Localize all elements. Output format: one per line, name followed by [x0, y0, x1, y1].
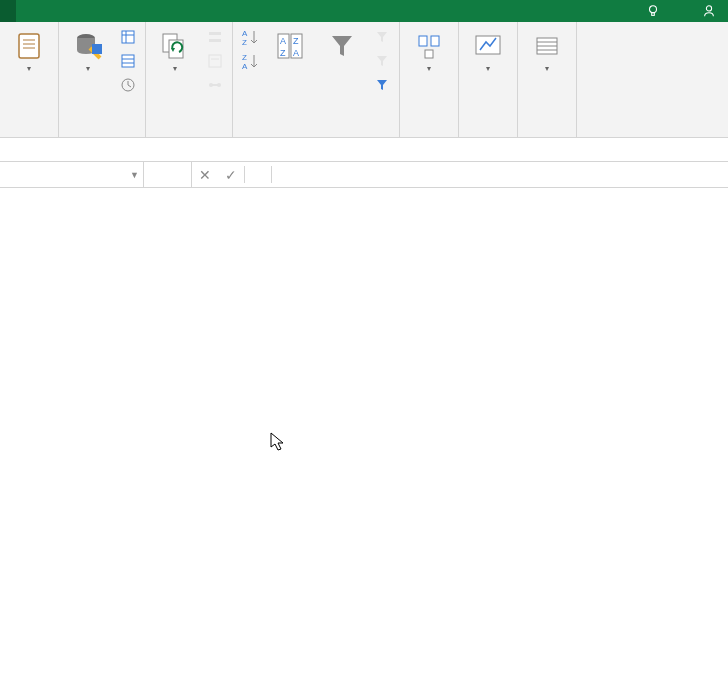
- svg-rect-35: [419, 36, 427, 46]
- accept-formula-button: ✓: [218, 162, 244, 187]
- svg-rect-9: [122, 31, 134, 43]
- svg-text:A: A: [242, 29, 248, 38]
- formula-bar: ▼ ✕ ✓: [0, 162, 728, 188]
- svg-rect-3: [19, 34, 39, 58]
- name-box[interactable]: ▼: [0, 162, 144, 187]
- svg-text:Z: Z: [293, 36, 299, 46]
- outline-button[interactable]: ▾: [524, 26, 570, 77]
- chevron-down-icon: ▾: [427, 64, 431, 73]
- spacer: [0, 138, 728, 162]
- fb-spacer: [144, 162, 192, 187]
- bulb-icon: [646, 4, 660, 18]
- recent-sources-button[interactable]: [117, 74, 139, 96]
- filter-icon: [326, 30, 358, 62]
- tab-file[interactable]: [0, 0, 16, 22]
- connections-button: [204, 26, 226, 48]
- ribbon-tabs: [0, 0, 728, 22]
- properties-button: [204, 50, 226, 72]
- group-label: [6, 133, 52, 135]
- outline-icon: [531, 30, 563, 62]
- new-query-button[interactable]: ▾: [65, 26, 111, 77]
- svg-rect-1: [652, 13, 655, 16]
- sort-desc-button[interactable]: ZA: [239, 50, 261, 72]
- group-label: [239, 133, 393, 135]
- from-table-button[interactable]: [117, 50, 139, 72]
- svg-rect-20: [209, 39, 221, 42]
- new-query-icon: [72, 30, 104, 62]
- ribbon-group-external-data: ▾: [0, 22, 59, 137]
- sort-icon: AZZA: [274, 30, 306, 62]
- ribbon-group-connections: ▾: [146, 22, 233, 137]
- chevron-down-icon: ▾: [545, 64, 549, 73]
- svg-text:A: A: [280, 36, 286, 46]
- chevron-down-icon: ▾: [173, 64, 177, 73]
- formula-input[interactable]: [272, 162, 728, 187]
- external-data-icon: [13, 30, 45, 62]
- svg-point-23: [209, 83, 213, 87]
- svg-rect-21: [209, 55, 221, 67]
- svg-text:Z: Z: [242, 38, 247, 47]
- svg-text:A: A: [242, 62, 248, 71]
- ribbon-group-outline: ▾: [518, 22, 577, 137]
- chevron-down-icon[interactable]: ▼: [130, 170, 139, 180]
- show-queries-button[interactable]: [117, 26, 139, 48]
- refresh-icon: [159, 30, 191, 62]
- cancel-formula-button: ✕: [192, 162, 218, 187]
- name-box-input[interactable]: [6, 168, 137, 182]
- group-label: [465, 133, 511, 135]
- svg-text:A: A: [293, 48, 299, 58]
- svg-rect-36: [431, 36, 439, 46]
- forecast-button[interactable]: ▾: [465, 26, 511, 77]
- chevron-down-icon: ▾: [86, 64, 90, 73]
- ribbon-group-data-tools: ▾: [400, 22, 459, 137]
- get-external-data-button[interactable]: ▾: [6, 26, 52, 77]
- advanced-filter-button[interactable]: [371, 74, 393, 96]
- svg-point-24: [217, 83, 221, 87]
- reapply-button: [371, 50, 393, 72]
- data-tools-icon: [413, 30, 445, 62]
- ribbon-group-sort-filter: AZ ZA AZZA: [233, 22, 400, 137]
- chevron-down-icon: ▾: [486, 64, 490, 73]
- ribbon: ▾ ▾: [0, 22, 728, 138]
- share-button[interactable]: [702, 4, 720, 18]
- person-icon: [702, 4, 716, 18]
- group-label: [65, 133, 139, 135]
- svg-rect-8: [92, 44, 102, 54]
- title-right: [646, 0, 728, 22]
- group-label: [524, 133, 570, 135]
- svg-point-0: [650, 6, 657, 13]
- svg-point-2: [706, 6, 711, 11]
- fx-button[interactable]: [245, 162, 271, 187]
- ribbon-group-get-transform: ▾: [59, 22, 146, 137]
- svg-rect-37: [425, 50, 433, 58]
- sort-asc-button[interactable]: AZ: [239, 26, 261, 48]
- refresh-all-button[interactable]: ▾: [152, 26, 198, 77]
- group-label: [406, 133, 452, 135]
- svg-text:Z: Z: [280, 48, 286, 58]
- svg-text:Z: Z: [242, 53, 247, 62]
- group-label: [152, 133, 226, 135]
- svg-rect-12: [122, 55, 134, 67]
- filter-button[interactable]: [319, 26, 365, 68]
- chevron-down-icon: ▾: [27, 64, 31, 73]
- sort-button[interactable]: AZZA: [267, 26, 313, 68]
- ribbon-group-forecast: ▾: [459, 22, 518, 137]
- clear-filter-button: [371, 26, 393, 48]
- data-tools-button[interactable]: ▾: [406, 26, 452, 77]
- forecast-icon: [472, 30, 504, 62]
- mouse-cursor-icon: [270, 432, 286, 452]
- svg-rect-19: [209, 32, 221, 35]
- edit-links-button: [204, 74, 226, 96]
